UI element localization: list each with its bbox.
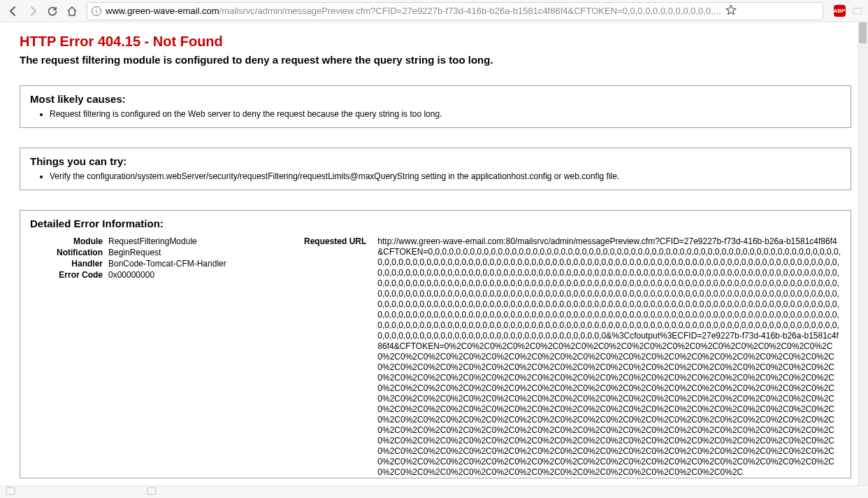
reload-button[interactable] (43, 2, 62, 20)
scrollbar-thumb[interactable] (859, 22, 867, 43)
detail-heading: Detailed Error Information: (30, 218, 841, 229)
detailed-error-panel: Detailed Error Information: ModuleReques… (20, 210, 851, 478)
address-bar[interactable]: i www.green-wave-email.com/mailsrvc/admi… (87, 2, 823, 20)
try-heading: Things you can try: (30, 155, 841, 167)
statusbar-icon[interactable] (147, 487, 158, 497)
status-bar (0, 485, 868, 498)
detail-right-table: Requested URL http://www.green-wave-emai… (304, 236, 841, 478)
page-content: HTTP Error 404.15 - Not Found The reques… (0, 22, 868, 481)
causes-heading: Most likely causes: (30, 93, 841, 105)
svg-rect-2 (147, 488, 156, 495)
statusbar-icon[interactable] (6, 487, 17, 497)
site-info-icon[interactable]: i (92, 6, 101, 16)
svg-rect-1 (6, 488, 15, 495)
url-host: www.green-wave-email.com (106, 6, 219, 16)
causes-item: Request filtering is configured on the W… (50, 109, 841, 119)
value-requested-url: http://www.green-wave-email.com:80/mails… (377, 236, 841, 478)
label-module: Module (30, 236, 108, 246)
forward-button[interactable] (24, 2, 42, 20)
error-title: HTTP Error 404.15 - Not Found (20, 34, 851, 50)
value-error-code: 0x00000000 (108, 270, 234, 280)
value-handler: BonCode-Tomcat-CFM-Handler (108, 259, 234, 269)
vertical-scrollbar[interactable] (858, 22, 868, 485)
url-path: /mailsrvc/admin/messagePreview.cfm?CFID=… (219, 6, 721, 16)
adblock-plus-extension-icon[interactable]: ABP (833, 5, 846, 17)
most-likely-causes-panel: Most likely causes: Request filtering is… (20, 85, 851, 128)
try-item: Verify the configuration/system.webServe… (50, 171, 841, 181)
label-error-code: Error Code (30, 270, 108, 280)
value-module: RequestFilteringModule (108, 236, 234, 246)
error-subtitle: The request filtering module is configur… (20, 54, 851, 66)
label-requested-url: Requested URL (304, 236, 377, 246)
label-notification: Notification (30, 248, 108, 257)
bookmark-star-icon[interactable] (725, 4, 737, 17)
svg-rect-0 (853, 8, 862, 14)
detail-left-table: ModuleRequestFilteringModule Notificatio… (30, 236, 234, 281)
browser-toolbar: i www.green-wave-email.com/mailsrvc/admi… (0, 0, 868, 22)
home-button[interactable] (63, 2, 81, 20)
back-button[interactable] (4, 2, 22, 20)
value-notification: BeginRequest (108, 248, 234, 257)
label-handler: Handler (30, 259, 108, 269)
things-you-can-try-panel: Things you can try: Verify the configura… (20, 148, 851, 190)
browser-extension-icon[interactable] (851, 5, 864, 17)
